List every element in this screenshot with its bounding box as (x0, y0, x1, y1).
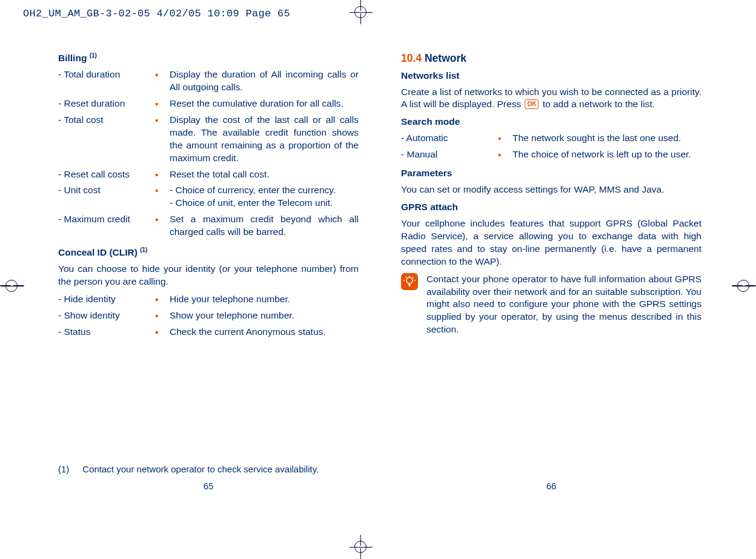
tip-lightbulb-icon (401, 273, 418, 290)
page-left: Billing (1) - Total duration•Display the… (58, 51, 359, 500)
crop-mark-bottom (349, 535, 373, 559)
def-row: - Reset duration•Reset the cumulative du… (58, 98, 359, 110)
gprs-body: Your cellphone includes features that su… (401, 217, 701, 268)
crop-mark-top (349, 0, 373, 24)
billing-heading: Billing (1) (58, 51, 359, 65)
svg-line-7 (413, 277, 414, 278)
print-header: OH2_UM_AM_GB-3-02-05 4/02/05 10:09 Page … (23, 7, 290, 21)
network-section-title: Network (425, 52, 466, 64)
footnote: (1) Contact your network operator to che… (58, 463, 319, 475)
def-desc: Show your telephone number. (170, 309, 359, 322)
def-desc: Display the duration of All incoming cal… (170, 68, 359, 94)
def-term: - Show identity (58, 309, 155, 322)
def-desc: Display the cost of the last call or all… (170, 114, 359, 165)
parameters-body: You can set or modify access settings fo… (401, 184, 701, 196)
def-term: - Reset call costs (58, 168, 155, 181)
billing-heading-text: Billing (58, 53, 87, 63)
def-row: - Unit cost•- Choice of currency, enter … (58, 184, 359, 210)
def-desc: Reset the cumulative duration for all ca… (170, 98, 359, 110)
svg-point-0 (406, 277, 413, 283)
def-term: - Reset duration (58, 98, 155, 110)
crop-mark-left (0, 274, 24, 298)
footnote-marker: (1) (58, 463, 69, 475)
conceal-heading: Conceal ID (CLIR) (1) (58, 246, 359, 259)
def-term: - Unit cost (58, 184, 155, 210)
def-desc: Check the current Anonymous status. (170, 326, 359, 339)
page-number-left: 65 (58, 480, 359, 492)
bullet-icon: • (155, 185, 170, 210)
def-desc: The choice of network is left up to the … (512, 148, 701, 161)
networks-list-body: Create a list of networks to which you w… (401, 86, 701, 111)
def-desc: - Choice of currency, enter the currency… (170, 184, 359, 210)
def-row: - Status•Check the current Anonymous sta… (58, 326, 359, 339)
parameters-heading: Parameters (401, 167, 701, 180)
billing-list: - Total duration•Display the duration of… (58, 68, 359, 239)
bullet-icon: • (155, 114, 170, 165)
def-desc: Hide your telephone number. (170, 293, 359, 306)
conceal-list: - Hide identity•Hide your telephone numb… (58, 293, 359, 339)
network-heading: 10.4 Network (401, 51, 701, 66)
bullet-icon: • (155, 169, 170, 182)
ok-key-icon: OK (525, 99, 539, 109)
conceal-heading-text: Conceal ID (CLIR) (58, 247, 138, 257)
bullet-icon: • (155, 98, 170, 111)
def-row: - Reset call costs•Reset the total call … (58, 168, 359, 181)
bullet-icon: • (155, 69, 170, 94)
search-mode-list: - Automatic•The network sought is the la… (401, 132, 701, 161)
billing-heading-sup: (1) (90, 52, 97, 59)
def-term: - Total duration (58, 68, 155, 94)
def-term: - Status (58, 326, 155, 339)
bullet-icon: • (155, 310, 170, 323)
bullet-icon: • (155, 326, 170, 339)
bullet-icon: • (155, 294, 170, 306)
bullet-icon: • (498, 133, 512, 145)
def-desc: Set a maximum credit beyond which all ch… (170, 213, 359, 239)
bullet-icon: • (155, 214, 170, 239)
def-row: - Show identity•Show your telephone numb… (58, 309, 359, 322)
networks-list-heading: Networks list (401, 70, 701, 82)
def-term: - Hide identity (58, 293, 155, 306)
page-right: 10.4 Network Networks list Create a list… (401, 51, 701, 500)
def-desc: The network sought is the last one used. (512, 132, 701, 145)
search-mode-heading: Search mode (401, 116, 701, 128)
def-desc: Reset the total call cost. (170, 168, 359, 181)
bullet-icon: • (498, 149, 512, 162)
tip-row: Contact your phone operator to have full… (401, 273, 701, 337)
def-term: - Total cost (58, 114, 155, 165)
conceal-intro: You can choose to hide your identity (or… (58, 263, 359, 288)
def-row: - Automatic•The network sought is the la… (401, 132, 701, 145)
def-row: - Total cost•Display the cost of the las… (58, 114, 359, 165)
def-row: - Maximum credit•Set a maximum credit be… (58, 213, 359, 239)
def-term: - Maximum credit (58, 213, 155, 239)
tip-body: Contact your phone operator to have full… (426, 273, 701, 337)
page-number-right: 66 (401, 480, 701, 492)
footnote-text: Contact your network operator to check s… (82, 463, 319, 475)
gprs-heading: GPRS attach (401, 201, 701, 214)
crop-mark-right (732, 274, 756, 298)
def-term: - Manual (401, 148, 498, 161)
network-section-number: 10.4 (401, 52, 422, 64)
def-row: - Hide identity•Hide your telephone numb… (58, 293, 359, 306)
networks-body-2: to add a network to the list. (543, 99, 655, 109)
def-row: - Manual•The choice of network is left u… (401, 148, 701, 161)
conceal-heading-sup: (1) (140, 246, 147, 253)
def-term: - Automatic (401, 132, 498, 145)
def-row: - Total duration•Display the duration of… (58, 68, 359, 94)
svg-line-6 (406, 277, 407, 278)
